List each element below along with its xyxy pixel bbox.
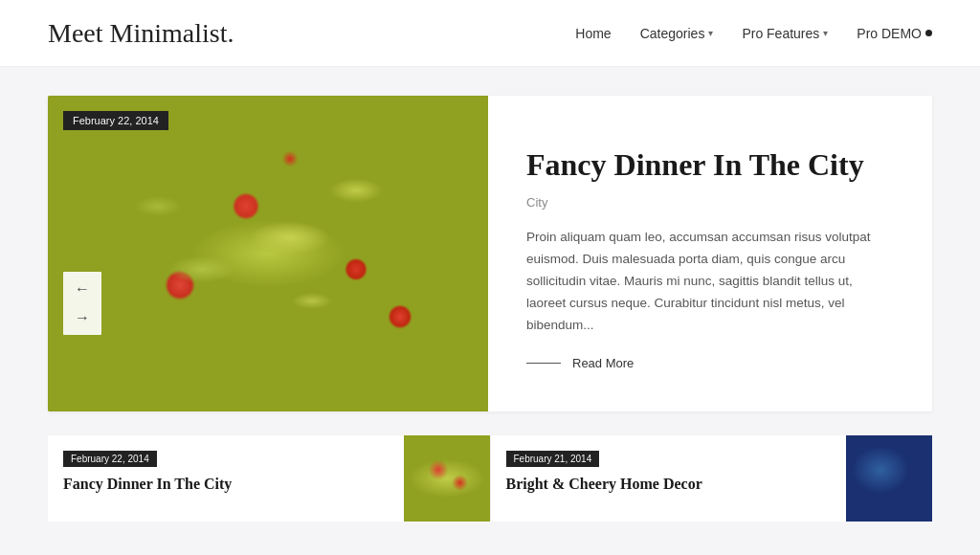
- main-content: February 22, 2014 ← → Fancy Dinner In Th…: [0, 67, 980, 541]
- carousel-controls: ← →: [63, 272, 101, 335]
- small-food-image: [404, 435, 490, 522]
- pasta-image: [48, 96, 488, 411]
- header: Meet Minimalist. Home Categories ▾ Pro F…: [0, 0, 980, 67]
- featured-category[interactable]: City: [526, 195, 894, 210]
- bottom-card-2-image: [846, 435, 932, 522]
- nav-pro-features[interactable]: Pro Features ▾: [742, 26, 828, 41]
- bottom-card-1-date: February 22, 2014: [63, 451, 157, 467]
- dot-icon: [925, 30, 932, 36]
- small-decor-image: [846, 435, 932, 522]
- chevron-down-icon: ▾: [708, 28, 713, 38]
- read-more-link[interactable]: Read More: [526, 356, 894, 370]
- read-more-label: Read More: [572, 356, 634, 370]
- prev-arrow[interactable]: ←: [75, 281, 90, 297]
- featured-article-card: February 22, 2014 ← → Fancy Dinner In Th…: [48, 96, 932, 411]
- featured-content: Fancy Dinner In The City City Proin aliq…: [488, 96, 932, 411]
- bottom-card-2-date: February 21, 2014: [506, 451, 600, 467]
- bottom-card-2: February 21, 2014 Bright & Cheery Home D…: [491, 435, 933, 522]
- bottom-cards-row: February 22, 2014 Fancy Dinner In The Ci…: [48, 435, 932, 522]
- featured-image: [48, 96, 488, 411]
- bottom-card-2-title[interactable]: Bright & Cheery Home Decor: [506, 475, 832, 495]
- bottom-card-1: February 22, 2014 Fancy Dinner In The Ci…: [48, 435, 491, 522]
- nav-home[interactable]: Home: [575, 26, 611, 41]
- bottom-card-1-content: February 22, 2014 Fancy Dinner In The Ci…: [48, 435, 404, 522]
- bottom-card-1-title[interactable]: Fancy Dinner In The City: [63, 475, 389, 495]
- logo[interactable]: Meet Minimalist.: [48, 18, 234, 49]
- featured-date-badge: February 22, 2014: [63, 111, 168, 130]
- featured-image-wrapper: February 22, 2014 ← →: [48, 96, 488, 411]
- nav: Home Categories ▾ Pro Features ▾ Pro DEM…: [575, 26, 932, 41]
- read-more-line: [526, 363, 561, 364]
- next-arrow[interactable]: →: [75, 310, 90, 325]
- bottom-card-1-image: [404, 435, 490, 522]
- featured-title: Fancy Dinner In The City: [526, 146, 894, 183]
- featured-excerpt: Proin aliquam quam leo, accumsan accumsa…: [526, 227, 894, 337]
- nav-pro-demo[interactable]: Pro DEMO: [857, 26, 932, 41]
- nav-categories[interactable]: Categories ▾: [640, 26, 714, 41]
- chevron-down-icon: ▾: [823, 28, 828, 38]
- bottom-card-2-content: February 21, 2014 Bright & Cheery Home D…: [491, 435, 847, 522]
